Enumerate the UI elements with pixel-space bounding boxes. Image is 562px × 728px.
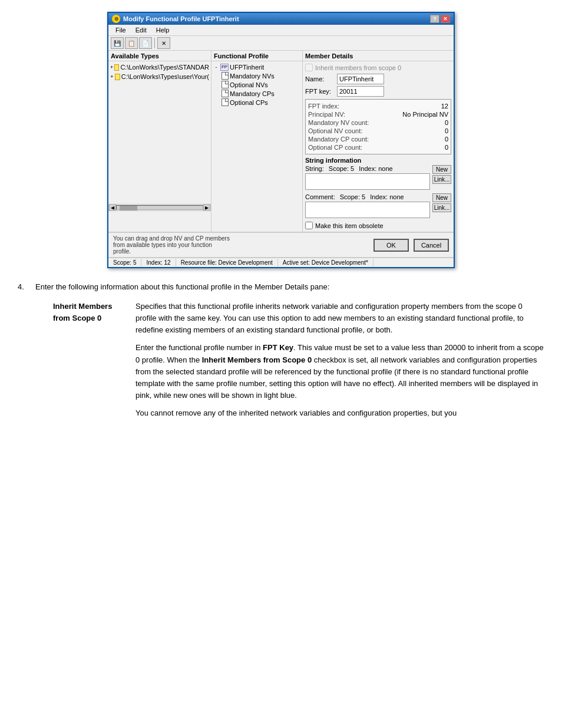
string-index: Index: none — [359, 165, 393, 172]
principal-nv-value: No Principal NV — [402, 111, 448, 118]
string-meta-row: String: Scope: 5 Index: none — [305, 165, 430, 172]
status-scope: Scope: 5 — [108, 259, 141, 266]
doc-icon-1 — [222, 72, 229, 80]
comment-textarea[interactable] — [305, 202, 430, 218]
tree-label-standard: C:\LonWorks\Types\STANDAR — [120, 64, 209, 71]
definition-row-0: Inherit Members from Scope 0 Specifies t… — [18, 301, 544, 425]
step-paragraph: 4. Enter the following information about… — [18, 282, 544, 291]
horizontal-scrollbar[interactable]: ◀ ▶ — [108, 204, 211, 211]
step-number: 4. — [18, 282, 29, 291]
string-buttons: New Link... — [432, 165, 451, 184]
dialog-footer: You can drag and drop NV and CP members … — [108, 232, 454, 258]
fp-optional-cps[interactable]: Optional CPs — [222, 98, 300, 107]
column-headers: Available Types + C:\LonWorks\Types\STAN… — [108, 51, 454, 232]
tree-item-standard[interactable]: + C:\LonWorks\Types\STANDAR — [110, 63, 209, 71]
menu-file[interactable]: File — [111, 25, 131, 35]
definition-table: Inherit Members from Scope 0 Specifies t… — [18, 301, 544, 425]
fp-root-icon: FP — [220, 64, 229, 71]
obsolete-row: Make this item obsolete — [305, 222, 451, 229]
fp-mandatory-cps[interactable]: Mandatory CPs — [222, 89, 300, 98]
desc-para-2: You cannot remove any of the inherited n… — [135, 407, 544, 419]
mandatory-nv-count-value: 0 — [445, 119, 448, 126]
menu-edit[interactable]: Edit — [131, 25, 151, 35]
comment-buttons: New Link... — [432, 193, 451, 212]
scroll-left-btn[interactable]: ◀ — [109, 204, 116, 211]
titlebar-controls: ? ✕ — [430, 15, 450, 23]
paste-toolbar-button[interactable]: 📄 — [139, 37, 152, 49]
ok-button[interactable]: OK — [373, 239, 409, 252]
fpt-index-label: FPT index: — [308, 103, 339, 110]
menu-help[interactable]: Help — [151, 25, 174, 35]
optional-nv-count-value: 0 — [445, 127, 448, 134]
fp-root-item[interactable]: - FP UFPTinherit — [213, 63, 300, 71]
comment-row: Comment: Scope: 5 Index: none New Link..… — [305, 193, 451, 219]
term-text-0: Inherit Members from Scope 0 — [53, 302, 112, 322]
toolbar: 💾 📋 📄 ✕ — [108, 36, 454, 51]
mandatory-nv-count-label: Mandatory NV count: — [308, 119, 369, 126]
comment-scope: Scope: 5 — [340, 193, 365, 200]
scroll-track[interactable] — [116, 205, 203, 210]
definition-term-0: Inherit Members from Scope 0 — [18, 301, 135, 324]
doc-icon-2 — [222, 81, 229, 88]
comment-link-button[interactable]: Link... — [432, 203, 451, 212]
mandatory-cp-count-row: Mandatory CP count: 0 — [308, 135, 448, 143]
fp-optional-nvs-label: Optional NVs — [230, 81, 268, 88]
help-button[interactable]: ? — [430, 15, 439, 23]
optional-cp-count-row: Optional CP count: 0 — [308, 143, 448, 151]
doc-icon-4 — [222, 98, 229, 106]
functional-profile-header: Functional Profile — [211, 51, 302, 61]
definition-desc-0: Specifies that this functional profile i… — [135, 301, 544, 425]
scroll-right-btn[interactable]: ▶ — [203, 204, 210, 211]
toolbar-separator — [154, 38, 155, 48]
string-label: String: — [305, 165, 324, 172]
fp-mandatory-cps-label: Mandatory CPs — [230, 90, 275, 97]
fp-children: Mandatory NVs Optional NVs Mandatory CPs — [213, 71, 300, 107]
bold-fpt-key: FPT Key — [263, 343, 293, 352]
tree-item-user[interactable]: + C:\LonWorks\Types\user\Your( — [110, 73, 209, 81]
step-text: Enter the following information about th… — [35, 282, 544, 291]
close-button[interactable]: ✕ — [441, 15, 450, 23]
obsolete-checkbox[interactable] — [305, 222, 313, 229]
footer-buttons: OK Cancel — [373, 239, 449, 252]
cancel-button[interactable]: Cancel — [414, 239, 449, 252]
comment-meta-row: Comment: Scope: 5 Index: none — [305, 193, 430, 200]
string-new-button[interactable]: New — [432, 165, 451, 174]
available-types-tree[interactable]: + C:\LonWorks\Types\STANDAR + C:\LonWork… — [108, 61, 211, 203]
name-input[interactable] — [337, 74, 384, 84]
fpt-key-field-row: FPT key: — [305, 86, 451, 97]
delete-toolbar-button[interactable]: ✕ — [157, 37, 170, 49]
name-field-row: Name: — [305, 74, 451, 84]
dialog-titlebar: ⚙ Modify Functional Profile UFPTinherit … — [108, 13, 454, 25]
comment-content: Comment: Scope: 5 Index: none — [305, 193, 430, 219]
status-resource-file: Resource file: Device Development — [176, 259, 278, 266]
string-link-button[interactable]: Link... — [432, 175, 451, 184]
copy-toolbar-button[interactable]: 📋 — [125, 37, 138, 49]
functional-profile-tree[interactable]: - FP UFPTinherit Mandatory NVs Optional … — [211, 61, 302, 203]
tree-label-user: C:\LonWorks\Types\user\Your( — [121, 73, 209, 80]
string-textarea[interactable] — [305, 173, 430, 190]
expand-icon-2: + — [110, 74, 114, 80]
principal-nv-label: Principal NV: — [308, 111, 345, 118]
fp-optional-nvs[interactable]: Optional NVs — [222, 80, 300, 89]
fpt-index-value: 12 — [441, 103, 448, 110]
fpt-key-input[interactable] — [337, 86, 384, 97]
inherit-checkbox-row: Inherit members from scope 0 — [305, 64, 451, 71]
mandatory-cp-count-value: 0 — [445, 136, 448, 143]
member-details-column: Member Details Inherit members from scop… — [303, 51, 454, 232]
fp-root-label: UFPTinherit — [230, 64, 264, 71]
available-types-column: Available Types + C:\LonWorks\Types\STAN… — [108, 51, 211, 232]
comment-label: Comment: — [305, 193, 335, 200]
optional-nv-count-label: Optional NV count: — [308, 127, 362, 134]
menu-bar: File Edit Help — [108, 25, 454, 36]
save-toolbar-button[interactable]: 💾 — [111, 37, 124, 49]
folder-open-icon-2 — [115, 74, 120, 80]
inherit-checkbox[interactable] — [305, 64, 313, 71]
dialog-section: ⚙ Modify Functional Profile UFPTinherit … — [12, 12, 550, 268]
comment-new-button[interactable]: New — [432, 193, 451, 202]
obsolete-checkbox-label: Make this item obsolete — [315, 222, 384, 229]
fpt-key-label: FPT key: — [305, 88, 335, 95]
comment-index: Index: none — [370, 193, 404, 200]
optional-nv-count-row: Optional NV count: 0 — [308, 127, 448, 135]
scroll-thumb — [120, 206, 137, 210]
fp-mandatory-nvs[interactable]: Mandatory NVs — [222, 71, 300, 80]
